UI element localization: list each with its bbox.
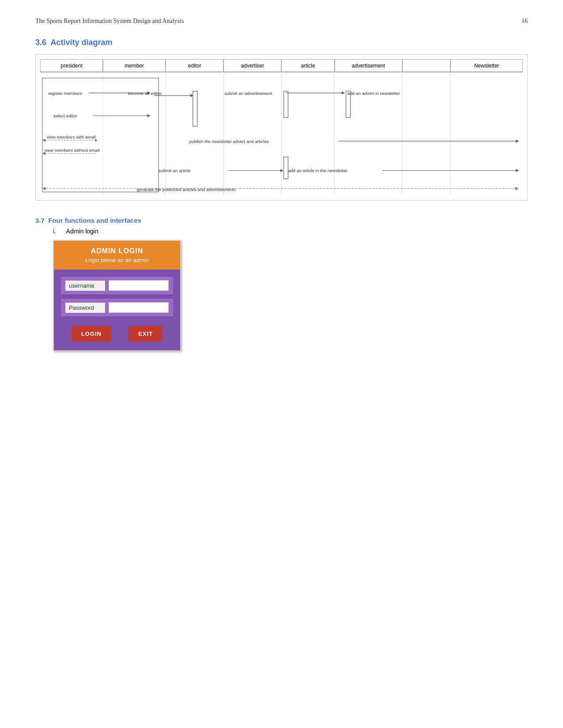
svg-rect-11 — [283, 157, 288, 179]
svg-text:submit an article: submit an article — [159, 168, 191, 173]
login-body: username Password — [54, 270, 180, 316]
exit-button[interactable]: EXIT — [128, 326, 162, 341]
activity-diagram-svg: register members become an editor select… — [40, 73, 523, 196]
swimlane-advertiser-header: advertiser — [223, 59, 281, 72]
page-number: 16 — [521, 18, 528, 25]
swimlane-newsletter-header: Newsletter — [450, 59, 523, 72]
svg-text:generate the published article: generate the published articles and adve… — [137, 187, 236, 192]
login-subtitle: Login below as an admin — [58, 257, 176, 263]
swimlane-header-row: president member editor advertiser artic… — [40, 59, 523, 72]
swimlane-article-header: article — [281, 59, 334, 72]
svg-text:add an advert in newsletter: add an advert in newsletter — [348, 91, 401, 96]
svg-text:add an article in the newslett: add an article in the newsletter — [288, 168, 348, 173]
admin-login-mockup: ADMIN LOGIN Login below as an admin user… — [53, 240, 528, 351]
section-37-sub-item: i. Admin login — [53, 228, 528, 235]
swimlane-spacer-header — [402, 59, 450, 72]
username-row: username — [61, 277, 173, 294]
svg-rect-9 — [283, 91, 288, 118]
login-buttons: LOGIN EXIT — [54, 321, 180, 341]
svg-text:view members without email: view members without email — [45, 148, 100, 153]
svg-rect-8 — [193, 91, 197, 126]
svg-text:submit an advertisement: submit an advertisement — [224, 91, 272, 96]
section-36-heading: 3.6 Activity diagram — [35, 38, 528, 47]
activity-diagram: president member editor advertiser artic… — [40, 59, 523, 196]
activity-diagram-container: president member editor advertiser artic… — [35, 54, 528, 201]
svg-text:select editor: select editor — [53, 113, 77, 118]
svg-marker-26 — [42, 152, 45, 155]
username-label: username — [65, 281, 105, 291]
svg-text:view members with email: view members with email — [47, 135, 96, 139]
document-title: The Sports Report Information System Des… — [35, 18, 184, 25]
login-header: ADMIN LOGIN Login below as an admin — [54, 241, 180, 270]
username-input[interactable] — [109, 280, 169, 291]
section-37: 3.7 Four functions and interfaces i. Adm… — [35, 217, 528, 351]
login-form-container: ADMIN LOGIN Login below as an admin user… — [53, 240, 181, 351]
password-label: Password — [65, 303, 105, 313]
password-row: Password — [61, 299, 173, 316]
swimlane-editor-header: editor — [166, 59, 223, 72]
swimlane-president-header: president — [40, 59, 103, 72]
svg-text:register members: register members — [48, 91, 82, 96]
svg-marker-36 — [515, 187, 518, 190]
swimlane-advertisement-header: advertisement — [335, 59, 402, 72]
swimlane-member-header: member — [103, 59, 166, 72]
svg-text:publish the newsletter advert : publish the newsletter advert and articl… — [189, 139, 269, 144]
svg-text:become an editor: become an editor — [128, 91, 162, 96]
section-37-heading: 3.7 Four functions and interfaces — [35, 217, 528, 224]
login-title: ADMIN LOGIN — [58, 247, 176, 255]
password-input[interactable] — [109, 302, 169, 313]
login-button[interactable]: LOGIN — [72, 326, 111, 341]
svg-marker-35 — [42, 187, 45, 190]
svg-marker-23 — [42, 139, 45, 142]
